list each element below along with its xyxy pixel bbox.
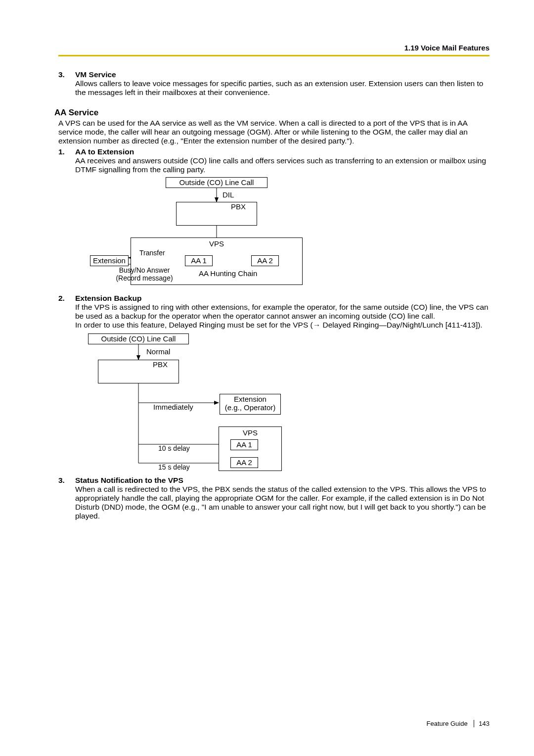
item-title: Extension Backup: [75, 294, 141, 302]
list-item-vm-service: 3. VM Service Allows callers to leave vo…: [58, 70, 490, 97]
aa1-box: AA 1: [185, 255, 213, 266]
co-line-call-box: Outside (CO) Line Call: [88, 333, 189, 344]
item-number: 2.: [58, 294, 75, 330]
pbx-box: PBX: [176, 202, 257, 226]
diagram-extension-backup: Outside (CO) Line Call Normal PBX Immedi…: [75, 333, 490, 472]
item-title: AA to Extension: [75, 147, 134, 156]
page: 1.19 Voice Mail Features 3. VM Service A…: [0, 0, 534, 756]
aa-service-heading: AA Service: [54, 108, 490, 118]
delay10-label: 10 s delay: [158, 444, 190, 452]
page-footer: Feature Guide 143: [427, 720, 490, 727]
item-number: 1.: [58, 147, 75, 174]
item-body: When a call is redirected to the VPS, th…: [75, 485, 486, 520]
normal-label: Normal: [146, 347, 170, 356]
arrow-icon: →: [313, 321, 321, 329]
delay15-label: 15 s delay: [158, 463, 190, 471]
aa2-box: AA 2: [230, 457, 258, 468]
item-body1: If the VPS is assigned to ring with othe…: [75, 303, 489, 320]
co-line-call-box: Outside (CO) Line Call: [166, 177, 267, 188]
section-header: 1.19 Voice Mail Features: [58, 44, 490, 52]
list-item-ext-backup: 2. Extension Backup If the VPS is assign…: [58, 294, 490, 330]
diagram-aa-to-extension: Outside (CO) Line Call DIL PBX VPS AA 1 …: [75, 177, 490, 291]
footer-guide: Feature Guide: [427, 720, 468, 727]
item-number: 3.: [58, 70, 75, 97]
header-rule: [58, 55, 490, 56]
item-number: 3.: [58, 476, 75, 520]
busy-label: Busy/No Answer(Record message): [105, 266, 184, 282]
aa-intro: A VPS can be used for the AA service as …: [58, 119, 490, 145]
pbx-box: PBX: [98, 360, 179, 383]
transfer-label: Transfer: [139, 249, 165, 257]
item-title: Status Notification to the VPS: [75, 476, 183, 484]
item-body: AA receives and answers outside (CO) lin…: [75, 156, 486, 174]
footer-page: 143: [479, 720, 490, 727]
extension-operator-box: Extension(e.g., Operator): [220, 394, 281, 415]
item-body: Allows callers to leave voice messages f…: [75, 79, 483, 96]
item-body2a: In order to use this feature, Delayed Ri…: [75, 321, 313, 329]
dil-label: DIL: [222, 190, 234, 199]
item-title: VM Service: [75, 70, 116, 79]
chain-label: AA Hunting Chain: [199, 269, 257, 278]
extension-box: Extension: [90, 255, 129, 266]
aa1-box: AA 1: [230, 439, 258, 450]
aa2-box: AA 2: [251, 255, 279, 266]
immediately-label: Immediately: [153, 403, 193, 411]
item-body2b: Delayed Ringing—Day/Night/Lunch [411-413…: [320, 321, 482, 329]
list-item-status-notify: 3. Status Notification to the VPS When a…: [58, 476, 490, 520]
list-item-aa-to-ext: 1. AA to Extension AA receives and answe…: [58, 147, 490, 174]
